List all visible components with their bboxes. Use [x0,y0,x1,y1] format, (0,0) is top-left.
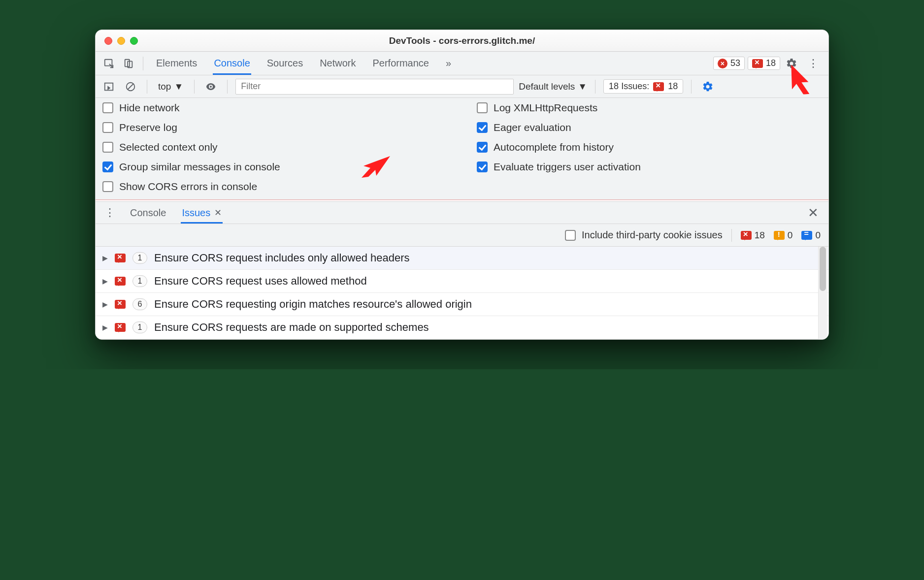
expand-triangle-icon[interactable]: ▶ [102,277,108,285]
issue-row[interactable]: ▶ 1 Ensure CORS request includes only al… [96,247,828,270]
tab-network[interactable]: Network [313,52,363,75]
issue-row[interactable]: ▶ 6 Ensure CORS requesting origin matche… [96,293,828,316]
scrollbar[interactable] [818,247,827,339]
issue-row[interactable]: ▶ 1 Ensure CORS request uses allowed met… [96,270,828,293]
toolbar-separator [194,80,195,94]
toolbar-separator [147,80,147,94]
toolbar-separator [143,57,143,70]
tabs-overflow[interactable]: » [439,52,458,75]
issue-title: Ensure CORS requests are made on support… [154,321,429,334]
checkbox[interactable] [102,161,113,172]
chevron-down-icon: ▼ [578,81,587,92]
checkbox[interactable] [102,102,113,113]
message-error-icon [752,59,763,68]
checkbox[interactable] [477,142,488,153]
drawer-close-button[interactable]: ✕ [802,205,825,221]
tab-elements[interactable]: Elements [149,52,204,75]
filter-input[interactable] [235,79,514,95]
issue-count-pill: 1 [132,275,147,287]
context-selector[interactable]: top ▼ [155,81,186,92]
issue-count-pill: 1 [132,322,147,333]
device-toolbar-icon[interactable] [120,55,137,72]
main-toolbar: Elements Console Sources Network Perform… [96,52,828,75]
issue-count-errors: 18 [741,230,765,241]
chevron-down-icon: ▼ [174,81,183,92]
expand-triangle-icon[interactable]: ▶ [102,300,108,308]
tab-console[interactable]: Console [207,52,257,75]
close-tab-icon[interactable]: ✕ [214,207,222,218]
titlebar: DevTools - cors-errors.glitch.me/ [96,30,828,52]
drawer-kebab-menu[interactable]: ⋮ [99,206,120,219]
checkbox[interactable] [102,181,113,192]
drawer-tab-issues[interactable]: Issues ✕ [176,202,228,224]
message-error-icon [115,277,126,286]
message-error-icon [115,254,126,262]
error-icon: × [718,59,727,68]
checkbox[interactable] [477,102,488,113]
tab-sources[interactable]: Sources [260,52,310,75]
message-error-icon [115,323,126,332]
issue-error-badge[interactable]: 18 [748,57,780,70]
issue-title: Ensure CORS requesting origin matches re… [154,298,472,311]
svg-point-6 [210,86,212,88]
checkbox[interactable] [565,230,576,241]
setting-preserve-log[interactable]: Preserve log [102,122,447,133]
setting-eager-eval[interactable]: Eager evaluation [477,122,822,133]
checkbox[interactable] [477,122,488,133]
issue-count-pill: 6 [132,298,147,310]
scrollbar-thumb[interactable] [820,247,826,291]
drawer-tabs: ⋮ Console Issues ✕ ✕ [96,201,828,224]
error-count-badge[interactable]: × 53 [713,57,745,70]
issue-title: Ensure CORS request includes only allowe… [154,252,410,264]
message-info-icon [801,231,812,240]
sidebar-toggle-icon[interactable] [100,78,117,95]
issue-count-warnings: 0 [774,230,793,241]
issues-button[interactable]: 18 Issues: 18 [603,79,683,94]
clear-console-icon[interactable] [122,78,139,95]
checkbox[interactable] [102,142,113,153]
setting-show-cors-errors[interactable]: Show CORS errors in console [102,181,447,193]
log-levels-selector[interactable]: Default levels ▼ [519,81,587,92]
setting-autocomplete-history[interactable]: Autocomplete from history [477,141,822,153]
setting-log-xhr[interactable]: Log XMLHttpRequests [477,102,822,114]
console-settings-panel: Hide network Log XMLHttpRequests Preserv… [96,98,828,200]
message-warning-icon [774,231,785,240]
issues-toolbar: Include third-party cookie issues 18 0 0 [96,224,828,247]
setting-selected-context[interactable]: Selected context only [102,141,447,153]
svg-rect-0 [105,59,112,65]
message-error-icon [115,300,126,309]
toolbar-kebab-menu[interactable]: ⋮ [803,57,824,70]
toolbar-separator [595,80,595,94]
toolbar-separator [227,80,228,94]
setting-group-similar[interactable]: Group similar messages in console [102,161,447,173]
inspect-element-icon[interactable] [100,55,117,72]
expand-triangle-icon[interactable]: ▶ [102,254,108,262]
window-title: DevTools - cors-errors.glitch.me/ [96,35,828,46]
devtools-window: DevTools - cors-errors.glitch.me/ Elemen… [95,30,829,340]
divider [731,229,732,242]
live-expression-icon[interactable] [202,78,219,95]
include-third-party-checkbox[interactable]: Include third-party cookie issues [565,229,723,241]
settings-gear-icon[interactable] [783,55,800,72]
checkbox[interactable] [477,161,488,172]
setting-hide-network[interactable]: Hide network [102,102,447,114]
issues-list: ▶ 1 Ensure CORS request includes only al… [96,247,828,339]
tab-performance[interactable]: Performance [366,52,436,75]
toolbar-separator [691,80,692,94]
console-settings-gear-icon[interactable] [699,78,716,95]
issue-count-info: 0 [801,230,821,241]
svg-line-5 [128,84,133,89]
issue-title: Ensure CORS request uses allowed method [154,275,367,288]
expand-triangle-icon[interactable]: ▶ [102,323,108,331]
checkbox[interactable] [102,122,113,133]
setting-evaluate-triggers[interactable]: Evaluate triggers user activation [477,161,822,173]
message-error-icon [653,82,664,91]
issue-row[interactable]: ▶ 1 Ensure CORS requests are made on sup… [96,316,828,339]
message-error-icon [741,231,752,240]
drawer-tab-console[interactable]: Console [124,202,172,224]
issue-count-pill: 1 [132,252,147,264]
console-toolbar: top ▼ Default levels ▼ 18 Issues: 18 [96,75,828,98]
